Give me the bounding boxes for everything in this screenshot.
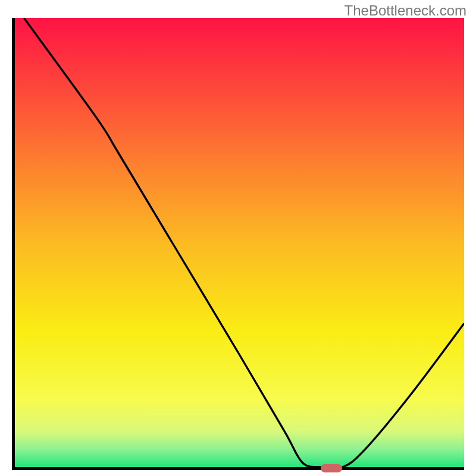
optimal-marker <box>321 464 342 472</box>
bottleneck-curve <box>15 18 464 467</box>
watermark-text: TheBottleneck.com <box>345 2 466 19</box>
plot-area <box>12 18 464 470</box>
